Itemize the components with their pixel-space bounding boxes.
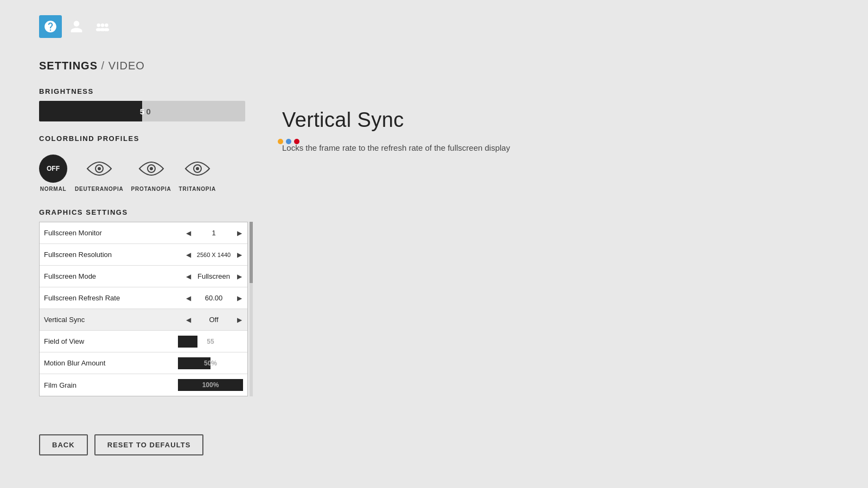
help-nav-icon[interactable] [39, 15, 62, 38]
motion-blur-bar-container: 50% [178, 357, 243, 369]
svg-point-2 [105, 23, 108, 27]
brightness-value-right: 0 [146, 107, 151, 116]
row-fullscreen-monitor[interactable]: Fullscreen Monitor ◀ 1 ▶ [40, 222, 247, 244]
arrow-left-resolution[interactable]: ◀ [184, 251, 192, 259]
breadcrumb: SETTINGS / VIDEO [39, 60, 299, 72]
svg-point-1 [101, 23, 105, 27]
profile-nav-icon[interactable] [65, 15, 88, 38]
value-fullscreen-mode: Fullscreen [192, 272, 235, 280]
film-grain-bar-container: 100% [178, 379, 243, 391]
brightness-section: BRIGHTNESS 5 0 [39, 87, 299, 121]
arrow-right-resolution[interactable]: ▶ [235, 251, 243, 259]
detail-description: Locks the frame rate to the refresh rate… [282, 142, 521, 155]
off-label: OFF [39, 155, 67, 183]
label-refresh-rate: Fullscreen Refresh Rate [44, 294, 184, 302]
colorblind-deuteranopia[interactable]: DEUTERANOPIA [75, 155, 124, 192]
svg-point-7 [98, 167, 101, 170]
row-motion-blur[interactable]: Motion Blur Amount 50% [40, 352, 247, 374]
main-panel: SETTINGS / VIDEO BRIGHTNESS 5 0 COLORBLI… [39, 60, 299, 409]
brightness-fill [39, 101, 142, 121]
row-fullscreen-mode[interactable]: Fullscreen Mode ◀ Fullscreen ▶ [40, 266, 247, 287]
colorblind-header: COLORBLIND PROFILES [39, 134, 299, 148]
colorblind-section: COLORBLIND PROFILES OFF NORMAL [39, 134, 299, 192]
eye-protanopia [137, 155, 165, 183]
arrow-right-mode[interactable]: ▶ [235, 273, 243, 280]
arrow-right-refresh[interactable]: ▶ [235, 294, 243, 302]
back-button[interactable]: BACK [39, 434, 88, 455]
arrow-left-refresh[interactable]: ◀ [184, 294, 192, 302]
breadcrumb-strong: SETTINGS [39, 60, 98, 72]
svg-point-0 [97, 23, 100, 27]
label-film-grain: Film Grain [44, 381, 178, 389]
colorblind-name-protanopia: PROTANOPIA [131, 186, 171, 192]
arrow-left-mode[interactable]: ◀ [184, 273, 192, 280]
film-grain-value: 100% [178, 379, 243, 391]
bottom-buttons: BACK RESET TO DEFAULTS [39, 434, 203, 455]
eye-deuteranopia [85, 155, 113, 183]
brightness-label: BRIGHTNESS [39, 87, 299, 95]
detail-title: Vertical Sync [282, 108, 608, 132]
settings-wrapper: Fullscreen Monitor ◀ 1 ▶ Fullscreen Reso… [39, 222, 248, 396]
scrollbar[interactable] [250, 222, 253, 396]
right-panel: Vertical Sync Locks the frame rate to th… [282, 108, 608, 155]
colorblind-tritanopia[interactable]: TRITANOPIA [179, 155, 216, 192]
brightness-value-left: 5 [140, 107, 144, 116]
colorblind-options: OFF NORMAL DEUTERANOPIA [39, 155, 299, 192]
brightness-slider[interactable]: 5 0 [39, 101, 245, 121]
arrow-right-vsync[interactable]: ▶ [235, 316, 243, 324]
label-fullscreen-mode: Fullscreen Mode [44, 272, 184, 280]
arrow-right-monitor[interactable]: ▶ [235, 229, 243, 237]
value-fullscreen-resolution: 2560 X 1440 [192, 252, 235, 258]
colorblind-name-deuteranopia: DEUTERANOPIA [75, 186, 124, 192]
label-vertical-sync: Vertical Sync [44, 316, 184, 324]
label-fov: Field of View [44, 337, 178, 345]
motion-blur-value: 50% [178, 357, 243, 369]
breadcrumb-separator: / [98, 60, 108, 72]
row-film-grain[interactable]: Film Grain 100% [40, 374, 247, 396]
fov-value: 55 [178, 336, 243, 348]
value-vertical-sync: Off [192, 316, 235, 324]
arrow-left-vsync[interactable]: ◀ [184, 316, 192, 324]
row-refresh-rate[interactable]: Fullscreen Refresh Rate ◀ 60.00 ▶ [40, 287, 247, 309]
reset-button[interactable]: RESET TO DEFAULTS [94, 434, 204, 455]
top-nav [39, 15, 114, 38]
breadcrumb-light: VIDEO [108, 60, 145, 72]
label-fullscreen-resolution: Fullscreen Resolution [44, 251, 184, 259]
settings-table: Fullscreen Monitor ◀ 1 ▶ Fullscreen Reso… [39, 222, 248, 396]
arrow-left-monitor[interactable]: ◀ [184, 229, 192, 237]
svg-point-5 [104, 28, 109, 31]
scrollbar-thumb [250, 222, 253, 283]
value-refresh-rate: 60.00 [192, 294, 235, 302]
colorblind-normal[interactable]: OFF NORMAL [39, 155, 67, 192]
group-nav-icon[interactable] [91, 15, 114, 38]
row-fullscreen-resolution[interactable]: Fullscreen Resolution ◀ 2560 X 1440 ▶ [40, 244, 247, 266]
colorblind-protanopia[interactable]: PROTANOPIA [131, 155, 171, 192]
colorblind-name-tritanopia: TRITANOPIA [179, 186, 216, 192]
svg-point-9 [150, 167, 153, 170]
label-motion-blur: Motion Blur Amount [44, 359, 178, 367]
colorblind-label: COLORBLIND PROFILES [39, 134, 139, 143]
graphics-label: GRAPHICS SETTINGS [39, 208, 299, 216]
fov-bar-container: 55 [178, 336, 243, 348]
row-fov[interactable]: Field of View 55 [40, 331, 247, 352]
colorblind-name-normal: NORMAL [40, 186, 67, 192]
label-fullscreen-monitor: Fullscreen Monitor [44, 229, 184, 237]
row-vertical-sync[interactable]: Vertical Sync ◀ Off ▶ [40, 309, 247, 331]
value-fullscreen-monitor: 1 [192, 229, 235, 237]
eye-tritanopia [183, 155, 212, 183]
graphics-section: GRAPHICS SETTINGS Fullscreen Monitor ◀ 1… [39, 208, 299, 396]
svg-point-11 [196, 167, 199, 170]
